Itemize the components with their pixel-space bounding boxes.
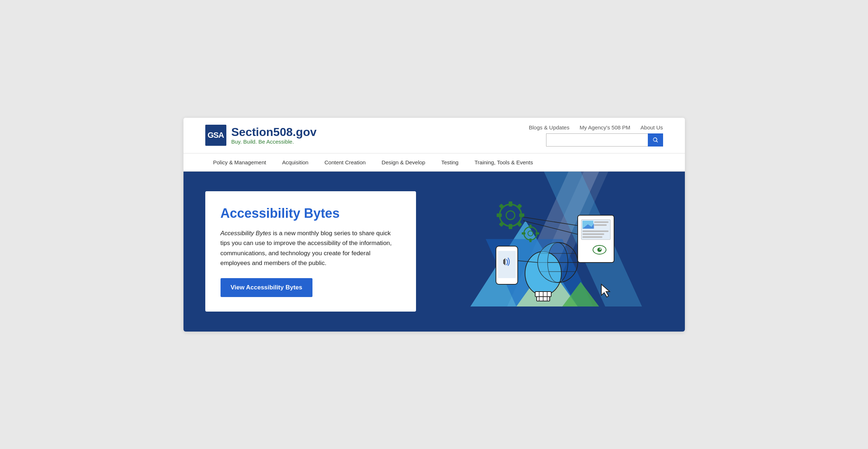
gsa-badge: GSA <box>205 125 226 146</box>
nav-acquisition[interactable]: Acquisition <box>274 153 316 171</box>
svg-rect-41 <box>594 224 607 226</box>
svg-point-18 <box>500 204 521 226</box>
hero-section: Accessibility Bytes Accessibility Bytes … <box>183 172 685 332</box>
hero-title: Accessibility Bytes <box>221 206 401 221</box>
main-nav: Policy & Management Acquisition Content … <box>183 153 685 172</box>
svg-line-34 <box>523 217 581 226</box>
hero-content: Accessibility Bytes Accessibility Bytes … <box>183 172 685 332</box>
page-container: GSA Section508.gov Buy. Build. Be Access… <box>183 118 685 332</box>
svg-rect-40 <box>594 221 609 223</box>
header-links: Blogs & Updates My Agency's 508 PM About… <box>529 124 663 131</box>
svg-rect-33 <box>536 232 539 234</box>
header-right: Blogs & Updates My Agency's 508 PM About… <box>529 124 663 147</box>
site-title: Section508.gov <box>231 126 317 139</box>
svg-point-47 <box>599 248 601 250</box>
search-bar <box>546 133 663 147</box>
nav-content-creation[interactable]: Content Creation <box>316 153 374 171</box>
site-header: GSA Section508.gov Buy. Build. Be Access… <box>183 118 685 153</box>
svg-rect-43 <box>582 233 604 235</box>
svg-rect-20 <box>509 201 512 207</box>
search-button[interactable] <box>648 133 663 147</box>
nav-policy-management[interactable]: Policy & Management <box>205 153 274 171</box>
svg-rect-30 <box>529 225 532 228</box>
nav-training-tools[interactable]: Training, Tools & Events <box>467 153 541 171</box>
logo-area: GSA Section508.gov Buy. Build. Be Access… <box>205 125 317 146</box>
svg-point-28 <box>524 227 537 240</box>
about-us-link[interactable]: About Us <box>641 124 663 131</box>
hero-description: Accessibility Bytes is a new monthly blo… <box>221 228 401 268</box>
hero-card: Accessibility Bytes Accessibility Bytes … <box>205 191 416 312</box>
nav-design-develop[interactable]: Design & Develop <box>374 153 433 171</box>
svg-rect-32 <box>522 232 525 234</box>
svg-rect-31 <box>529 238 532 242</box>
hero-illustration <box>431 190 663 313</box>
search-icon <box>652 137 659 143</box>
svg-marker-52 <box>601 284 610 297</box>
svg-point-19 <box>506 211 515 220</box>
svg-rect-22 <box>497 213 502 217</box>
site-tagline: Buy. Build. Be Accessible. <box>231 139 317 145</box>
hero-italic: Accessibility Bytes <box>221 230 271 237</box>
svg-rect-44 <box>582 236 602 238</box>
blogs-updates-link[interactable]: Blogs & Updates <box>529 124 569 131</box>
svg-rect-42 <box>582 230 609 232</box>
svg-rect-21 <box>509 224 512 229</box>
svg-line-35 <box>523 221 581 235</box>
svg-point-29 <box>528 231 533 236</box>
view-accessibility-bytes-button[interactable]: View Accessibility Bytes <box>221 278 313 297</box>
site-branding: Section508.gov Buy. Build. Be Accessible… <box>231 126 317 145</box>
svg-point-46 <box>597 248 602 252</box>
search-input[interactable] <box>546 133 648 147</box>
svg-rect-23 <box>519 213 524 217</box>
nav-testing[interactable]: Testing <box>433 153 467 171</box>
hero-illustration-svg <box>471 193 623 310</box>
agency-508-link[interactable]: My Agency's 508 PM <box>580 124 630 131</box>
